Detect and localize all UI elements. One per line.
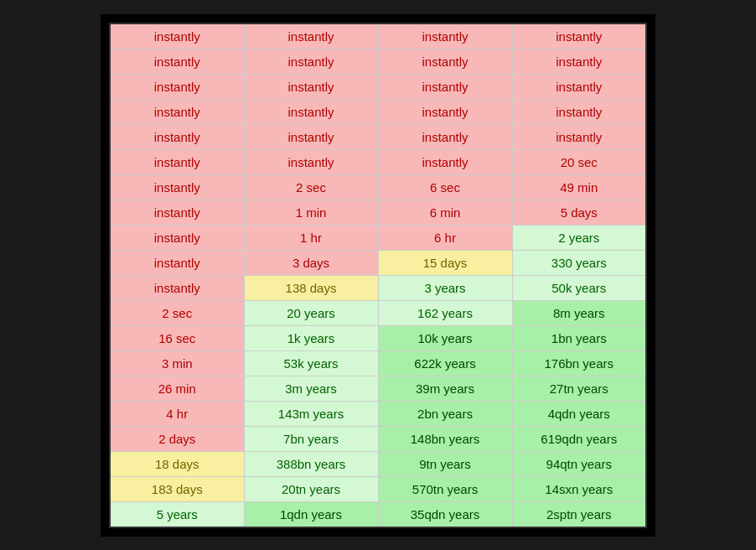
table-row: 26 min3m years39m years27tn years — [110, 376, 646, 401]
table-row: 183 days20tn years570tn years14sxn years — [110, 476, 646, 501]
table-row: 2 sec20 years162 years8m years — [110, 300, 646, 325]
table-cell: instantly — [512, 124, 646, 149]
table-cell: 26 min — [110, 376, 244, 401]
table-row: instantly1 min6 min5 days — [110, 200, 646, 225]
table-row: 3 min53k years622k years176bn years — [110, 350, 646, 376]
table-row: instantly138 days3 years50k years — [110, 275, 646, 300]
table-cell: instantly — [110, 99, 244, 124]
table-cell: instantly — [110, 74, 244, 99]
table-cell: 5 days — [512, 200, 646, 225]
table-cell: 3 years — [378, 275, 512, 300]
table-cell: 20 years — [244, 300, 378, 325]
table-cell: 2 years — [512, 225, 646, 250]
table-cell: 15 days — [378, 250, 512, 275]
table-container: instantlyinstantlyinstantlyinstantlyinst… — [101, 14, 655, 537]
table-cell: instantly — [378, 23, 512, 49]
table-cell: 6 sec — [378, 174, 512, 200]
table-cell: 1 min — [244, 200, 378, 225]
table-row: instantlyinstantlyinstantlyinstantly — [110, 99, 646, 124]
table-row: instantlyinstantlyinstantlyinstantly — [110, 74, 646, 99]
table-cell: 50k years — [512, 275, 646, 300]
table-cell: 4qdn years — [512, 401, 646, 426]
table-row: 5 years1qdn years35qdn years2sptn years — [110, 501, 646, 527]
table-cell: 3 min — [110, 350, 244, 376]
table-cell: 176bn years — [512, 350, 646, 376]
table-cell: 162 years — [378, 300, 512, 325]
table-row: 4 hr143m years2bn years4qdn years — [110, 401, 646, 426]
table-cell: instantly — [244, 23, 378, 49]
table-cell: 49 min — [512, 174, 646, 200]
table-cell: instantly — [512, 49, 646, 74]
table-cell: instantly — [110, 124, 244, 149]
table-cell: 10k years — [378, 325, 512, 350]
table-cell: 1qdn years — [244, 501, 378, 527]
table-cell: instantly — [110, 225, 244, 250]
table-row: instantly1 hr6 hr2 years — [110, 225, 646, 250]
table-cell: 3m years — [244, 376, 378, 401]
table-row: instantlyinstantlyinstantlyinstantly — [110, 49, 646, 74]
table-cell: instantly — [110, 275, 244, 300]
table-cell: 2sptn years — [512, 501, 646, 527]
table-cell: instantly — [110, 174, 244, 200]
table-cell: 2 sec — [110, 300, 244, 325]
table-cell: 9tn years — [378, 451, 512, 476]
table-cell: instantly — [244, 99, 378, 124]
table-cell: 53k years — [244, 350, 378, 376]
table-cell: 138 days — [244, 275, 378, 300]
table-cell: 570tn years — [378, 476, 512, 501]
table-cell: 39m years — [378, 376, 512, 401]
table-cell: 330 years — [512, 250, 646, 275]
table-cell: 2 days — [110, 426, 244, 451]
table-cell: instantly — [378, 49, 512, 74]
password-strength-table: instantlyinstantlyinstantlyinstantlyinst… — [109, 23, 647, 528]
table-cell: 20tn years — [244, 476, 378, 501]
table-cell: 6 min — [378, 200, 512, 225]
table-cell: 1k years — [244, 325, 378, 350]
table-cell: 6 hr — [378, 225, 512, 250]
table-cell: 1bn years — [512, 325, 646, 350]
table-cell: instantly — [378, 99, 512, 124]
table-cell: instantly — [512, 74, 646, 99]
table-cell: instantly — [110, 250, 244, 275]
table-cell: instantly — [244, 124, 378, 149]
table-cell: 5 years — [110, 501, 244, 527]
table-cell: instantly — [378, 124, 512, 149]
table-row: instantly3 days15 days330 years — [110, 250, 646, 275]
table-cell: instantly — [378, 149, 512, 174]
table-row: instantlyinstantlyinstantlyinstantly — [110, 23, 646, 49]
table-cell: 2bn years — [378, 401, 512, 426]
table-cell: instantly — [244, 74, 378, 99]
table-cell: instantly — [110, 149, 244, 174]
table-cell: instantly — [110, 23, 244, 49]
table-cell: 3 days — [244, 250, 378, 275]
table-row: 16 sec1k years10k years1bn years — [110, 325, 646, 350]
table-cell: instantly — [110, 49, 244, 74]
table-row: instantlyinstantlyinstantly20 sec — [110, 149, 646, 174]
table-cell: instantly — [244, 149, 378, 174]
table-cell: instantly — [244, 49, 378, 74]
table-cell: instantly — [512, 23, 646, 49]
table-cell: instantly — [512, 99, 646, 124]
table-row: 2 days7bn years148bn years619qdn years — [110, 426, 646, 451]
table-cell: instantly — [378, 74, 512, 99]
table-cell: 94qtn years — [512, 451, 646, 476]
table-cell: 8m years — [512, 300, 646, 325]
table-cell: 20 sec — [512, 149, 646, 174]
table-row: instantly2 sec6 sec49 min — [110, 174, 646, 200]
table-cell: 183 days — [110, 476, 244, 501]
table-row: 18 days388bn years9tn years94qtn years — [110, 451, 646, 476]
table-cell: instantly — [110, 200, 244, 225]
table-row: instantlyinstantlyinstantlyinstantly — [110, 124, 646, 149]
table-cell: 143m years — [244, 401, 378, 426]
table-cell: 388bn years — [244, 451, 378, 476]
table-cell: 7bn years — [244, 426, 378, 451]
table-cell: 1 hr — [244, 225, 378, 250]
table-cell: 622k years — [378, 350, 512, 376]
table-cell: 2 sec — [244, 174, 378, 200]
table-cell: 35qdn years — [378, 501, 512, 527]
table-cell: 148bn years — [378, 426, 512, 451]
table-cell: 27tn years — [512, 376, 646, 401]
table-cell: 4 hr — [110, 401, 244, 426]
table-cell: 16 sec — [110, 325, 244, 350]
table-cell: 619qdn years — [512, 426, 646, 451]
